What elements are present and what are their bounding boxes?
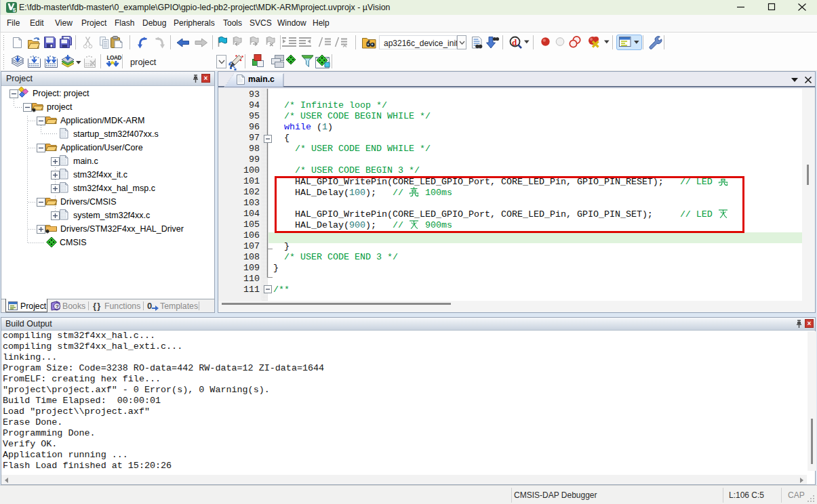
svg-text:d: d [512, 37, 517, 47]
svg-text:LOAD: LOAD [107, 55, 122, 61]
svg-text:5: 5 [13, 7, 16, 13]
svg-text:?: ? [56, 303, 59, 310]
